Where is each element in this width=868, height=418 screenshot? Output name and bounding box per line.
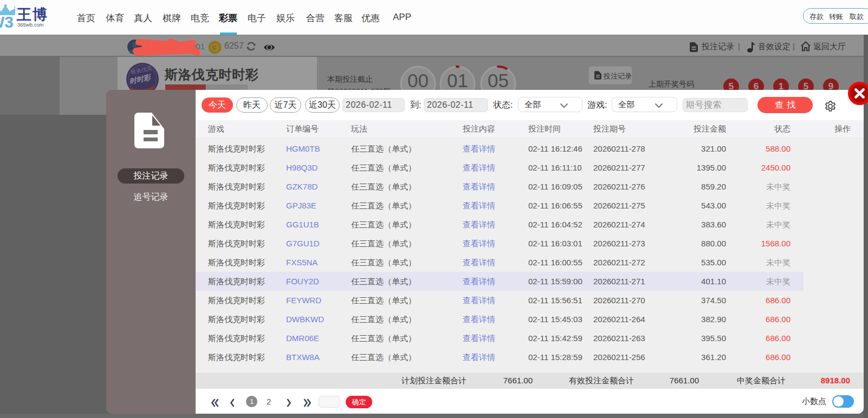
svg-text:W3: W3 [0, 13, 14, 29]
